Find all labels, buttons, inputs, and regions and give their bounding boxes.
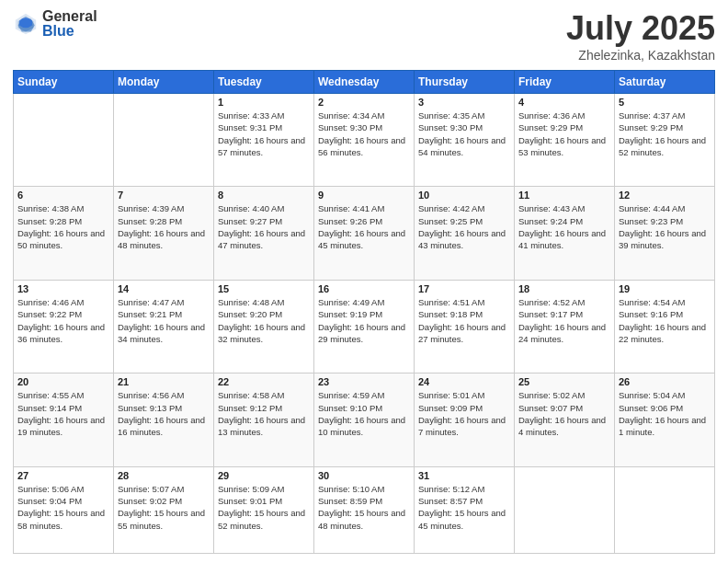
main-title: July 2025 [566, 9, 715, 48]
column-header-monday: Monday [114, 71, 214, 94]
day-info: Sunrise: 4:52 AM Sunset: 9:17 PM Dayligh… [518, 296, 610, 345]
calendar-cell: 12Sunrise: 4:44 AM Sunset: 9:23 PM Dayli… [615, 187, 715, 280]
calendar-cell: 31Sunrise: 5:12 AM Sunset: 8:57 PM Dayli… [415, 466, 515, 553]
day-info: Sunrise: 4:40 AM Sunset: 9:27 PM Dayligh… [218, 202, 310, 251]
day-info: Sunrise: 4:56 AM Sunset: 9:13 PM Dayligh… [118, 389, 210, 438]
day-info: Sunrise: 5:09 AM Sunset: 9:01 PM Dayligh… [218, 483, 310, 532]
logo-general-text: General [42, 9, 97, 24]
day-info: Sunrise: 4:47 AM Sunset: 9:21 PM Dayligh… [118, 296, 210, 345]
day-info: Sunrise: 4:51 AM Sunset: 9:18 PM Dayligh… [418, 296, 510, 345]
day-number: 28 [118, 470, 210, 481]
day-number: 13 [17, 283, 109, 294]
calendar-cell: 10Sunrise: 4:42 AM Sunset: 9:25 PM Dayli… [415, 187, 515, 280]
day-info: Sunrise: 4:58 AM Sunset: 9:12 PM Dayligh… [218, 389, 310, 438]
day-info: Sunrise: 5:07 AM Sunset: 9:02 PM Dayligh… [118, 483, 210, 532]
header: General Blue July 2025 Zhelezinka, Kazak… [13, 9, 715, 63]
day-info: Sunrise: 4:34 AM Sunset: 9:30 PM Dayligh… [318, 109, 410, 158]
week-row-2: 6Sunrise: 4:38 AM Sunset: 9:28 PM Daylig… [14, 187, 715, 280]
week-row-3: 13Sunrise: 4:46 AM Sunset: 9:22 PM Dayli… [14, 280, 715, 373]
day-info: Sunrise: 5:12 AM Sunset: 8:57 PM Dayligh… [418, 483, 510, 532]
day-info: Sunrise: 5:06 AM Sunset: 9:04 PM Dayligh… [17, 483, 109, 532]
week-row-1: 1Sunrise: 4:33 AM Sunset: 9:31 PM Daylig… [14, 94, 715, 187]
calendar-cell: 4Sunrise: 4:36 AM Sunset: 9:29 PM Daylig… [515, 94, 615, 187]
calendar-cell [114, 94, 214, 187]
calendar-cell: 29Sunrise: 5:09 AM Sunset: 9:01 PM Dayli… [214, 466, 314, 553]
day-info: Sunrise: 5:04 AM Sunset: 9:06 PM Dayligh… [619, 389, 711, 438]
day-info: Sunrise: 4:42 AM Sunset: 9:25 PM Dayligh… [418, 202, 510, 251]
calendar-cell [615, 466, 715, 553]
column-header-wednesday: Wednesday [314, 71, 415, 94]
day-info: Sunrise: 4:36 AM Sunset: 9:29 PM Dayligh… [518, 109, 610, 158]
day-number: 30 [318, 470, 410, 481]
calendar-cell: 15Sunrise: 4:48 AM Sunset: 9:20 PM Dayli… [214, 280, 314, 373]
page: General Blue July 2025 Zhelezinka, Kazak… [0, 0, 728, 563]
day-info: Sunrise: 4:44 AM Sunset: 9:23 PM Dayligh… [619, 202, 711, 251]
calendar-cell: 9Sunrise: 4:41 AM Sunset: 9:26 PM Daylig… [314, 187, 415, 280]
calendar-cell: 5Sunrise: 4:37 AM Sunset: 9:29 PM Daylig… [615, 94, 715, 187]
calendar-cell: 24Sunrise: 5:01 AM Sunset: 9:09 PM Dayli… [415, 373, 515, 466]
calendar-cell: 3Sunrise: 4:35 AM Sunset: 9:30 PM Daylig… [415, 94, 515, 187]
day-number: 7 [118, 190, 210, 201]
day-number: 10 [418, 190, 510, 201]
calendar-cell: 2Sunrise: 4:34 AM Sunset: 9:30 PM Daylig… [314, 94, 415, 187]
day-number: 16 [318, 283, 410, 294]
day-number: 1 [218, 97, 310, 108]
column-header-friday: Friday [515, 71, 615, 94]
logo: General Blue [13, 9, 97, 39]
day-info: Sunrise: 4:35 AM Sunset: 9:30 PM Dayligh… [418, 109, 510, 158]
day-info: Sunrise: 4:33 AM Sunset: 9:31 PM Dayligh… [218, 109, 310, 158]
day-number: 14 [118, 283, 210, 294]
day-number: 25 [518, 376, 610, 387]
calendar-cell: 17Sunrise: 4:51 AM Sunset: 9:18 PM Dayli… [415, 280, 515, 373]
calendar-cell: 16Sunrise: 4:49 AM Sunset: 9:19 PM Dayli… [314, 280, 415, 373]
day-number: 21 [118, 376, 210, 387]
day-info: Sunrise: 4:46 AM Sunset: 9:22 PM Dayligh… [17, 296, 109, 345]
calendar-cell: 27Sunrise: 5:06 AM Sunset: 9:04 PM Dayli… [14, 466, 114, 553]
title-section: July 2025 Zhelezinka, Kazakhstan [566, 9, 715, 63]
day-info: Sunrise: 4:39 AM Sunset: 9:28 PM Dayligh… [118, 202, 210, 251]
day-number: 20 [17, 376, 109, 387]
column-header-sunday: Sunday [14, 71, 114, 94]
day-info: Sunrise: 4:49 AM Sunset: 9:19 PM Dayligh… [318, 296, 410, 345]
day-info: Sunrise: 4:55 AM Sunset: 9:14 PM Dayligh… [17, 389, 109, 438]
column-header-tuesday: Tuesday [214, 71, 314, 94]
calendar-cell: 26Sunrise: 5:04 AM Sunset: 9:06 PM Dayli… [615, 373, 715, 466]
calendar-cell: 20Sunrise: 4:55 AM Sunset: 9:14 PM Dayli… [14, 373, 114, 466]
calendar-cell: 18Sunrise: 4:52 AM Sunset: 9:17 PM Dayli… [515, 280, 615, 373]
logo-blue-text: Blue [42, 24, 97, 39]
day-number: 18 [518, 283, 610, 294]
calendar-table: SundayMondayTuesdayWednesdayThursdayFrid… [13, 70, 715, 554]
calendar-cell: 23Sunrise: 4:59 AM Sunset: 9:10 PM Dayli… [314, 373, 415, 466]
calendar-cell: 30Sunrise: 5:10 AM Sunset: 8:59 PM Dayli… [314, 466, 415, 553]
calendar-cell [14, 94, 114, 187]
day-number: 3 [418, 97, 510, 108]
day-number: 19 [619, 283, 711, 294]
day-info: Sunrise: 5:02 AM Sunset: 9:07 PM Dayligh… [518, 389, 610, 438]
column-header-thursday: Thursday [415, 71, 515, 94]
calendar-cell [515, 466, 615, 553]
day-number: 8 [218, 190, 310, 201]
day-info: Sunrise: 4:43 AM Sunset: 9:24 PM Dayligh… [518, 202, 610, 251]
day-number: 5 [619, 97, 711, 108]
day-number: 26 [619, 376, 711, 387]
day-number: 2 [318, 97, 410, 108]
day-number: 12 [619, 190, 711, 201]
day-number: 27 [17, 470, 109, 481]
calendar-cell: 6Sunrise: 4:38 AM Sunset: 9:28 PM Daylig… [14, 187, 114, 280]
day-number: 31 [418, 470, 510, 481]
calendar-cell: 19Sunrise: 4:54 AM Sunset: 9:16 PM Dayli… [615, 280, 715, 373]
day-number: 15 [218, 283, 310, 294]
day-number: 17 [418, 283, 510, 294]
logo-icon [13, 11, 39, 37]
day-number: 22 [218, 376, 310, 387]
day-number: 23 [318, 376, 410, 387]
day-info: Sunrise: 5:10 AM Sunset: 8:59 PM Dayligh… [318, 483, 410, 532]
day-number: 9 [318, 190, 410, 201]
calendar-cell: 1Sunrise: 4:33 AM Sunset: 9:31 PM Daylig… [214, 94, 314, 187]
day-number: 11 [518, 190, 610, 201]
calendar-cell: 22Sunrise: 4:58 AM Sunset: 9:12 PM Dayli… [214, 373, 314, 466]
week-row-5: 27Sunrise: 5:06 AM Sunset: 9:04 PM Dayli… [14, 466, 715, 553]
subtitle: Zhelezinka, Kazakhstan [566, 48, 715, 63]
calendar-header-row: SundayMondayTuesdayWednesdayThursdayFrid… [14, 71, 715, 94]
calendar-cell: 25Sunrise: 5:02 AM Sunset: 9:07 PM Dayli… [515, 373, 615, 466]
